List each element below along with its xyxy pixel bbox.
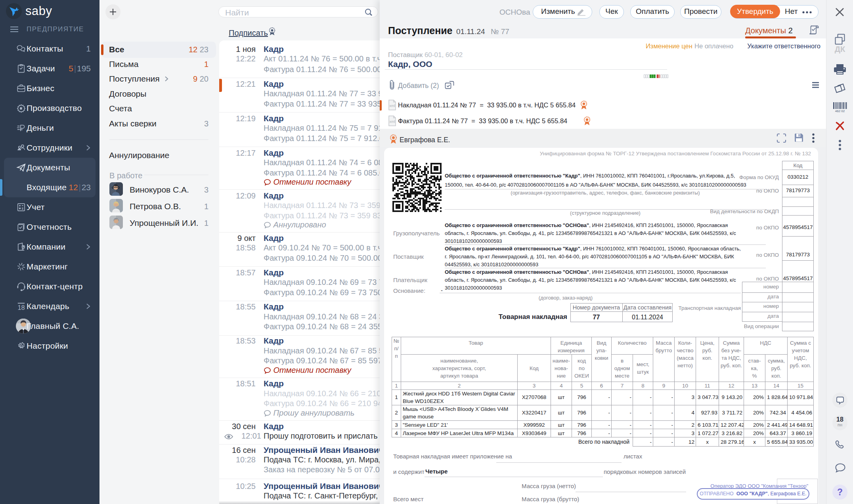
svg-text:xml: xml xyxy=(390,104,395,108)
svg-text:xml: xml xyxy=(390,120,395,124)
svg-text:462 02: 462 02 xyxy=(835,109,845,113)
svg-text:18: 18 xyxy=(17,304,25,311)
